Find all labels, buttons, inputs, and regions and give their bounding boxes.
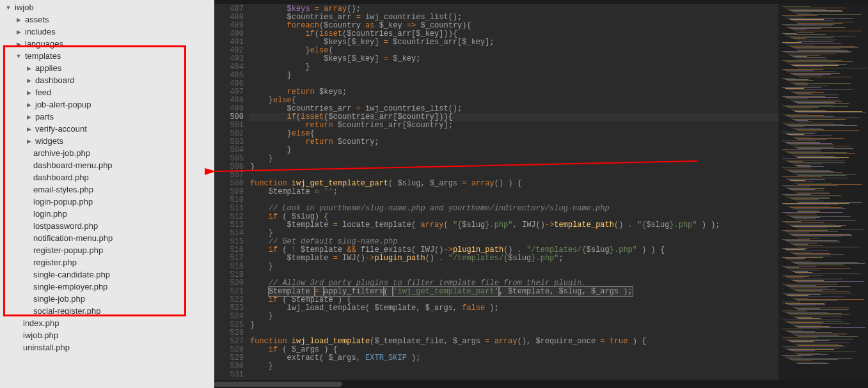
tree-item[interactable]: register-popup.php [0, 244, 214, 256]
tree-item-label: widgets [35, 136, 63, 146]
code-content[interactable]: $keys = array(); $countries_arr = iwj_co… [249, 4, 778, 380]
tree-item-label: email-styles.php [33, 185, 93, 194]
tree-item-label: index.php [23, 318, 59, 328]
tree-item-label: archive-job.php [33, 148, 90, 158]
tree-item[interactable]: templates [0, 50, 214, 62]
code-line[interactable]: return $countries_arr[$country]; [249, 121, 778, 130]
tree-item[interactable]: verify-account [0, 123, 214, 135]
tree-item-label: dashboard-menu.php [33, 160, 113, 170]
tree-item-label: job-alert-popup [35, 100, 91, 109]
scrollbar-thumb[interactable] [214, 382, 342, 387]
file-tree: iwjob assetsincludeslanguagestemplatesap… [0, 0, 214, 355]
tree-item-label: assets [25, 15, 49, 24]
code-line[interactable]: } [249, 362, 778, 371]
tree-item-label: single-candidate.php [33, 270, 110, 279]
tree-item[interactable]: languages [0, 38, 214, 50]
code-editor: 4874884894904914924934944954964974984995… [214, 0, 868, 388]
tree-item[interactable]: iwjob.php [0, 329, 214, 341]
code-line[interactable]: } [249, 72, 778, 80]
tree-item[interactable]: job-alert-popup [0, 98, 214, 111]
code-line[interactable]: iwj_load_template( $template, $_args, fa… [249, 304, 778, 313]
tree-item-label: lostpassword.php [33, 221, 98, 231]
tree-item[interactable]: dashboard-menu.php [0, 159, 214, 171]
code-line[interactable]: } [249, 263, 778, 271]
code-line[interactable]: } [249, 313, 778, 321]
tree-item[interactable]: dashboard [0, 74, 214, 86]
tree-root[interactable]: iwjob [0, 1, 214, 13]
tree-item[interactable]: includes [0, 26, 214, 38]
tree-item[interactable]: social-register.php [0, 305, 214, 317]
chevron-right-icon [26, 77, 32, 84]
tree-item[interactable]: lostpassword.php [0, 220, 214, 232]
tree-item-label: login.php [33, 209, 67, 219]
tree-item[interactable]: assets [0, 13, 214, 26]
code-area[interactable]: 4874884894904914924934944954964974984995… [214, 4, 868, 380]
tree-item[interactable]: notification-menu.php [0, 232, 214, 244]
tree-item-label: login-popup.php [33, 197, 93, 206]
chevron-down-icon [15, 53, 22, 59]
tree-item-label: register-popup.php [33, 245, 103, 255]
chevron-right-icon [15, 17, 22, 23]
tree-item-label: uninstall.php [23, 343, 70, 352]
tree-item-label: social-register.php [33, 306, 101, 316]
tree-item-label: languages [25, 39, 63, 49]
tree-item-label: dashboard.php [33, 173, 89, 182]
tree-item-label: parts [35, 112, 54, 121]
tree-item-label: templates [25, 51, 61, 61]
chevron-down-icon [5, 4, 12, 11]
code-line[interactable]: } [249, 63, 778, 72]
tree-item[interactable]: single-employer.php [0, 281, 214, 293]
tree-item[interactable]: widgets [0, 135, 214, 147]
tree-item-label: verify-account [35, 124, 87, 134]
tree-item[interactable]: applies [0, 62, 214, 74]
code-line[interactable]: } [249, 146, 778, 155]
line-number-gutter: 4874884894904914924934944954964974984995… [214, 4, 249, 380]
chevron-right-icon [26, 126, 32, 132]
tree-item[interactable]: archive-job.php [0, 147, 214, 159]
tree-item[interactable]: parts [0, 111, 214, 123]
chevron-right-icon [26, 102, 32, 108]
tree-item[interactable]: feed [0, 86, 214, 98]
code-line[interactable]: $keys[$_key] = $_key; [249, 55, 778, 63]
tree-item[interactable]: single-job.php [0, 293, 214, 305]
tree-item[interactable]: single-candidate.php [0, 268, 214, 281]
minimap[interactable] [778, 4, 868, 380]
code-line[interactable]: return $country; [249, 138, 778, 146]
chevron-right-icon [15, 29, 22, 35]
code-line[interactable]: } [249, 163, 778, 171]
chevron-right-icon [26, 114, 32, 120]
code-line[interactable]: return $keys; [249, 88, 778, 97]
code-line[interactable]: extract( $_args, EXTR_SKIP ); [249, 354, 778, 362]
tree-root-label: iwjob [15, 3, 34, 12]
code-line[interactable]: } [249, 321, 778, 329]
tree-item[interactable]: login.php [0, 208, 214, 220]
tree-item-label: register.php [33, 258, 77, 267]
chevron-right-icon [26, 89, 32, 96]
code-line[interactable]: $template = locate_template( array( "{$s… [249, 221, 778, 229]
tree-item-label: applies [35, 63, 61, 73]
tree-item[interactable]: email-styles.php [0, 183, 214, 196]
line-number: 531 [214, 371, 244, 379]
code-line[interactable]: $template = ''; [249, 188, 778, 196]
tree-item[interactable]: dashboard.php [0, 171, 214, 183]
code-line[interactable]: $template = IWJ()->plugin_path() . "/tem… [249, 254, 778, 263]
tree-item-label: iwjob.php [23, 330, 58, 340]
tree-item-label: single-employer.php [33, 282, 107, 291]
code-line[interactable]: } [249, 155, 778, 163]
tree-item[interactable]: uninstall.php [0, 341, 214, 353]
tree-item[interactable]: register.php [0, 256, 214, 268]
tree-item-label: notification-menu.php [33, 233, 113, 243]
tree-item[interactable]: index.php [0, 317, 214, 329]
tree-item[interactable]: login-popup.php [0, 196, 214, 208]
tree-item-label: feed [35, 88, 51, 97]
file-tree-sidebar: iwjob assetsincludeslanguagestemplatesap… [0, 0, 214, 388]
chevron-right-icon [15, 41, 22, 47]
tree-item-label: dashboard [35, 75, 74, 85]
chevron-right-icon [26, 138, 32, 144]
tree-item-label: includes [25, 27, 56, 36]
tree-item-label: single-job.php [33, 294, 85, 304]
chevron-right-icon [26, 65, 32, 72]
horizontal-scrollbar[interactable] [214, 380, 868, 388]
code-line[interactable] [249, 371, 778, 379]
